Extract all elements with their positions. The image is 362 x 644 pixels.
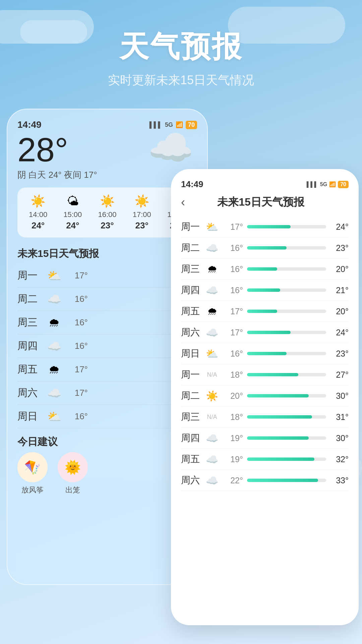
- suggestion-list: 🪁 放风筝 🌞 出笼: [17, 452, 197, 495]
- suggestion-kite-label: 放风筝: [17, 485, 48, 495]
- fr-icon-2: 🌧: [203, 263, 221, 275]
- fr-bar-4: [247, 310, 326, 313]
- fr-day-3: 周四: [181, 284, 203, 297]
- forecast-day-l1: 周二: [17, 292, 44, 306]
- hourly-icon-0: ☀️: [21, 194, 55, 208]
- forecast-icon-l6: ⛅: [44, 410, 64, 423]
- forecast-day-l4: 周五: [17, 363, 44, 376]
- suggestion-title: 今日建议: [17, 435, 197, 449]
- fr-icon-8: ☀️: [203, 390, 221, 402]
- fr-bar-6: [247, 352, 326, 355]
- fr-bar-fill-2: [247, 267, 277, 271]
- fr-low-5: 17°: [221, 328, 243, 337]
- fr-row-1: 周二 ☁️ 16° 23°: [181, 237, 349, 259]
- fr-high-11: 32°: [330, 454, 349, 464]
- forecast-row-left-5: 周六 ☁️ 17°: [17, 381, 197, 405]
- fr-low-8: 20°: [221, 391, 243, 401]
- fr-low-6: 16°: [221, 349, 243, 359]
- forecast-day-l2: 周三: [17, 316, 44, 329]
- fr-bar-1: [247, 246, 326, 250]
- time-right: 14:49: [181, 179, 203, 190]
- current-weather-left: 28° ☁️: [17, 133, 197, 166]
- fr-high-6: 23°: [330, 349, 349, 359]
- fr-row-7: 周一 N/A 18° 27°: [181, 364, 349, 385]
- fr-bar-9: [247, 415, 326, 419]
- fr-high-12: 33°: [330, 476, 349, 485]
- fr-low-7: 18°: [221, 370, 243, 380]
- forecast-icon-l4: 🌧: [44, 363, 64, 376]
- forecast-icon-l3: ☁️: [44, 339, 64, 353]
- forecast-row-left-1: 周二 ☁️ 16°: [17, 287, 197, 311]
- fr-low-3: 16°: [221, 285, 243, 295]
- forecast-title-left: 未来15日天气预报: [17, 247, 197, 261]
- fr-bar-fill-9: [247, 415, 312, 419]
- fr-icon-12: ☁️: [203, 475, 221, 486]
- forecast-row-left-3: 周四 ☁️ 16°: [17, 334, 197, 358]
- fr-day-1: 周二: [181, 241, 203, 254]
- fr-high-5: 24°: [330, 328, 349, 337]
- forecast-icon-l0: ⛅: [44, 269, 64, 282]
- fr-high-0: 24°: [330, 222, 349, 232]
- back-button[interactable]: ‹: [181, 195, 185, 209]
- hourly-strip: ☀️ 14:00 24° 🌤 15:00 24° ☀️ 16:00 23° ☀️…: [17, 187, 197, 237]
- hourly-temp-2: 23°: [90, 220, 124, 231]
- forecast-row-left-2: 周三 🌧 16°: [17, 311, 197, 334]
- suggestion-sun-icon: 🌞: [58, 452, 88, 482]
- status-icons-right: ▌▌▌ 5G 📶 70: [307, 181, 349, 188]
- fr-day-4: 周五: [181, 305, 203, 318]
- app-header: 天气预报 实时更新未来15日天气情况: [0, 0, 362, 102]
- fr-low-12: 22°: [221, 476, 243, 485]
- hourly-time-3: 17:00: [125, 210, 159, 219]
- suggestion-kite: 🪁 放风筝: [17, 452, 48, 495]
- 5g-right-badge: 5G: [320, 181, 327, 187]
- fr-day-2: 周三: [181, 263, 203, 275]
- fr-day-7: 周一: [181, 368, 203, 381]
- phone-right: 14:49 ▌▌▌ 5G 📶 70 ‹ 未来15日天气预报 周一 ⛅: [171, 169, 359, 625]
- fr-bar-10: [247, 436, 326, 440]
- forecast-day-l6: 周日: [17, 410, 44, 423]
- fr-row-8: 周二 ☀️ 20° 30°: [181, 385, 349, 407]
- fr-bar-fill-10: [247, 436, 309, 440]
- hourly-time-1: 15:00: [55, 210, 90, 219]
- suggestion-kite-icon: 🪁: [17, 452, 48, 482]
- nav-bar-right: ‹ 未来15日天气预报: [181, 195, 349, 210]
- fr-low-0: 17°: [221, 222, 243, 232]
- forecast-day-l3: 周四: [17, 339, 44, 353]
- fr-high-9: 31°: [330, 412, 349, 422]
- fr-row-2: 周三 🌧 16° 20°: [181, 259, 349, 280]
- hourly-temp-3: 23°: [125, 220, 159, 231]
- fr-icon-9: N/A: [203, 414, 221, 421]
- forecast-row-left-4: 周五 🌧 17°: [17, 358, 197, 381]
- fr-bar-fill-1: [247, 246, 287, 250]
- fr-low-2: 16°: [221, 264, 243, 274]
- wifi-right-icon: 📶: [329, 181, 336, 187]
- fr-high-10: 30°: [330, 433, 349, 443]
- time-left: 14:49: [17, 119, 42, 130]
- fr-bar-12: [247, 479, 326, 482]
- fr-row-9: 周三 N/A 18° 31°: [181, 407, 349, 428]
- fr-bar-3: [247, 288, 326, 292]
- fr-bar-fill-12: [247, 479, 318, 482]
- forecast-low-l6: 16°: [64, 411, 88, 422]
- fr-bar-fill-4: [247, 310, 277, 313]
- fr-day-8: 周二: [181, 389, 203, 402]
- fr-bar-2: [247, 267, 326, 271]
- hourly-time-2: 16:00: [90, 210, 124, 219]
- forecast-row-left-6: 周日 ⛅ 16°: [17, 405, 197, 428]
- forecast-low-l5: 17°: [64, 388, 88, 398]
- hourly-icon-3: ☀️: [125, 194, 159, 208]
- forecast-low-l2: 16°: [64, 317, 88, 328]
- fr-day-10: 周四: [181, 432, 203, 444]
- fr-low-4: 17°: [221, 307, 243, 316]
- fr-bar-8: [247, 394, 326, 397]
- fr-row-10: 周四 ☁️ 19° 30°: [181, 428, 349, 449]
- fr-row-6: 周日 ⛅ 16° 23°: [181, 343, 349, 364]
- fr-high-7: 27°: [330, 370, 349, 380]
- fr-high-2: 20°: [330, 264, 349, 274]
- forecast-low-l1: 16°: [64, 294, 88, 304]
- forecast-list-left: 周一 ⛅ 17° 周二 ☁️ 16° 周三 🌧 16° 周四 ☁️ 1: [17, 264, 197, 428]
- forecast-day-l5: 周六: [17, 386, 44, 400]
- hourly-item-1: 🌤 15:00 24°: [55, 194, 90, 231]
- fr-bar-fill-7: [247, 373, 298, 376]
- fr-icon-7: N/A: [203, 371, 221, 378]
